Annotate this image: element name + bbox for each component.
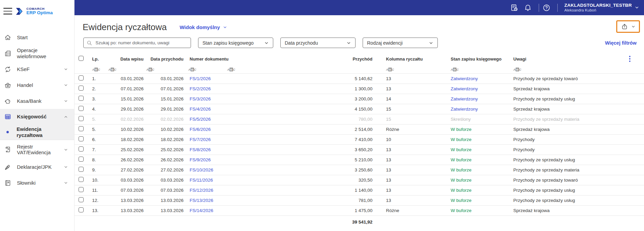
document-link[interactable]: FS/12/2026: [190, 188, 213, 193]
table-row[interactable]: 3. 15.01.2026 15.01.2026 FS/3/2026 3 200…: [74, 94, 644, 104]
more-filters-link[interactable]: Więcej filtrów: [605, 40, 637, 46]
text-filter-icon[interactable]: ABC: [108, 68, 116, 72]
document-link[interactable]: FS/4/2026: [190, 107, 211, 112]
cell-stan-zapisu status-badge: W buforze: [437, 157, 499, 162]
text-filter-icon[interactable]: ABC: [451, 68, 459, 72]
text-filter-icon[interactable]: ABC: [146, 68, 154, 72]
select-all-checkbox[interactable]: [79, 56, 84, 61]
export-button[interactable]: [621, 23, 636, 30]
document-link[interactable]: FS/6/2026: [190, 127, 211, 132]
search-input[interactable]: [95, 40, 188, 45]
text-filter-icon[interactable]: ABC: [92, 68, 100, 72]
table-row[interactable]: 1. 03.01.2026 03.01.2026 FS/1/2026 5 140…: [74, 74, 644, 84]
document-link[interactable]: FS/2/2026: [190, 86, 211, 91]
sidebar-item-ksiegowosc[interactable]: Księgowość: [0, 109, 74, 124]
filter-dropdown-stan-zapisu[interactable]: Stan zapisu księgowego: [198, 38, 273, 48]
column-header-data-wpisu[interactable]: Data wpisu: [108, 56, 146, 62]
table-row[interactable]: 4. 29.01.2026 29.01.2026 FS/4/2026 4 150…: [74, 104, 644, 114]
cell-przychod: 3 250,60: [225, 167, 372, 172]
filter-dropdown-rodzaj-ewidencji[interactable]: Rodzaj ewidencji: [363, 38, 438, 48]
text-filter-icon[interactable]: ABC: [513, 68, 521, 72]
cell-stan-zapisu status-badge: Zatwierdzony: [437, 96, 499, 101]
table-row[interactable]: 7. 25.02.2026 25.02.2026 FS/8/2026 3 650…: [74, 145, 644, 155]
row-checkbox[interactable]: [79, 126, 84, 131]
sidebar-item-slowniki[interactable]: Słowniki: [0, 175, 74, 191]
row-checkbox[interactable]: [79, 106, 84, 111]
menu-hamburger-icon[interactable]: [3, 8, 13, 15]
table-row[interactable]: 8. 26.02.2026 26.02.2026 FS/9/2026 5 210…: [74, 155, 644, 165]
view-selector[interactable]: Widok domyślny: [180, 24, 227, 30]
column-header-data-przychodu[interactable]: Data przychodu: [146, 56, 186, 62]
row-checkbox[interactable]: [79, 136, 84, 141]
row-checkbox[interactable]: [79, 157, 84, 162]
row-checkbox[interactable]: [79, 75, 84, 80]
row-checkbox[interactable]: [79, 146, 84, 152]
cell-przychod: 781,00: [225, 198, 372, 203]
document-link[interactable]: FS/11/2026: [190, 178, 213, 183]
document-link[interactable]: FS/7/2026: [190, 137, 211, 142]
sidebar-item-operacje-wielofirmowe[interactable]: Operacje wielofirmowe: [0, 45, 74, 61]
table-row[interactable]: 5. 10.02.2026 10.02.2026 FS/6/2026 2 514…: [74, 124, 644, 135]
cell-kolumna-ryczaltu: 15: [372, 117, 437, 122]
cell-lp: 4.: [91, 107, 108, 112]
column-header-stan-zapisu[interactable]: Stan zapisu księgowego: [437, 56, 499, 62]
table-row[interactable]: 6. 18.02.2026 18.02.2026 FS/7/2026 7 410…: [74, 135, 644, 145]
table-row[interactable]: 13. 13.03.2026 13.03.2026 FS/14/2026 1 4…: [74, 206, 644, 216]
column-header-lp[interactable]: Lp.: [91, 56, 108, 62]
text-filter-icon[interactable]: ABC: [386, 68, 394, 72]
document-link[interactable]: FS/9/2026: [190, 157, 211, 162]
report-icon[interactable]: [510, 4, 518, 12]
filter-dropdown-data-przychodu[interactable]: Data przychodu: [280, 38, 356, 48]
active-bullet-icon: [6, 131, 9, 133]
help-icon[interactable]: [542, 4, 551, 12]
sidebar-item-start[interactable]: Start: [0, 29, 74, 45]
row-checkbox[interactable]: [79, 207, 84, 212]
search-icon: [86, 40, 92, 46]
column-header-kolumna-ryczaltu[interactable]: Kolumna ryczałtu: [372, 56, 437, 62]
cell-data-wpisu: 29.01.2026: [108, 107, 146, 112]
column-header-numer-dokumentu[interactable]: Numer dokumentu: [186, 56, 225, 62]
row-checkbox[interactable]: [79, 187, 84, 192]
row-checkbox[interactable]: [79, 197, 84, 202]
column-header-przychod[interactable]: Przychód: [225, 56, 372, 62]
document-link[interactable]: FS/3/2026: [190, 96, 211, 101]
app-logo[interactable]: COMARCH ERP Optima: [15, 7, 53, 16]
cell-stan-zapisu status-badge: W buforze: [437, 137, 499, 142]
document-link[interactable]: FS/10/2026: [190, 167, 213, 172]
document-link[interactable]: FS/14/2026: [190, 208, 213, 213]
text-filter-icon[interactable]: ABC: [227, 68, 235, 72]
column-header-uwagi[interactable]: Uwagi: [499, 56, 639, 62]
row-checkbox[interactable]: [79, 96, 84, 101]
sidebar-item-handel[interactable]: Handel: [0, 77, 74, 93]
cell-przychod: 320,50: [225, 178, 372, 183]
sidebar-item-kasa-bank[interactable]: Kasa/Bank: [0, 93, 74, 109]
table-row[interactable]: 2. 07.01.2026 07.01.2026 FS/2/2026 1 300…: [74, 84, 644, 94]
cell-data-wpisu: 26.02.2026: [108, 157, 146, 162]
table-row[interactable]: 10. 03.03.2026 03.03.2026 FS/11/2026 320…: [74, 175, 644, 185]
cell-data-przychodu: 26.02.2026: [146, 157, 186, 162]
book-icon: [4, 179, 12, 187]
chevron-down-icon: [64, 165, 68, 169]
account-selector[interactable]: ZAKLADSTOLARSKI_TESTBR Aleksandra Kuboń: [564, 3, 639, 13]
sidebar-item-ewidencja-ryczaltowa[interactable]: Ewidencja ryczałtowa: [0, 124, 74, 140]
row-checkbox[interactable]: [79, 167, 84, 172]
row-checkbox[interactable]: [79, 177, 84, 182]
text-filter-icon[interactable]: ABC: [188, 68, 196, 72]
table-row[interactable]: 5. 02.02.2026 02.02.2026 FS/5/2026 780,0…: [74, 114, 644, 124]
sidebar-item-rejestr-vat[interactable]: Rejestr VAT/Ewidencja: [0, 140, 74, 159]
table-row[interactable]: 11. 07.03.2026 07.03.2026 FS/12/2026 1 1…: [74, 185, 644, 195]
document-link[interactable]: FS/13/2026: [190, 198, 213, 203]
table-row[interactable]: 12. 13.03.2026 13.03.2026 FS/13/2026 781…: [74, 195, 644, 206]
document-link[interactable]: FS/5/2026: [190, 117, 211, 122]
sidebar-item-deklaracje-jpk[interactable]: Deklaracje/JPK: [0, 159, 74, 175]
table-options-kebab-icon[interactable]: [629, 56, 630, 62]
row-checkbox[interactable]: [79, 86, 84, 91]
sidebar-item-ksef[interactable]: KSeF: [0, 61, 74, 77]
document-link[interactable]: FS/1/2026: [190, 76, 211, 81]
cell-data-przychodu: 07.03.2026: [146, 188, 186, 193]
document-link[interactable]: FS/8/2026: [190, 147, 211, 152]
table-row[interactable]: 9. 27.02.2026 27.02.2026 FS/10/2026 3 25…: [74, 165, 644, 175]
row-checkbox[interactable]: [79, 116, 84, 121]
notifications-bell-icon[interactable]: [524, 4, 532, 12]
cell-uwagi: Przychody ze sprzedaży usług: [499, 96, 639, 101]
